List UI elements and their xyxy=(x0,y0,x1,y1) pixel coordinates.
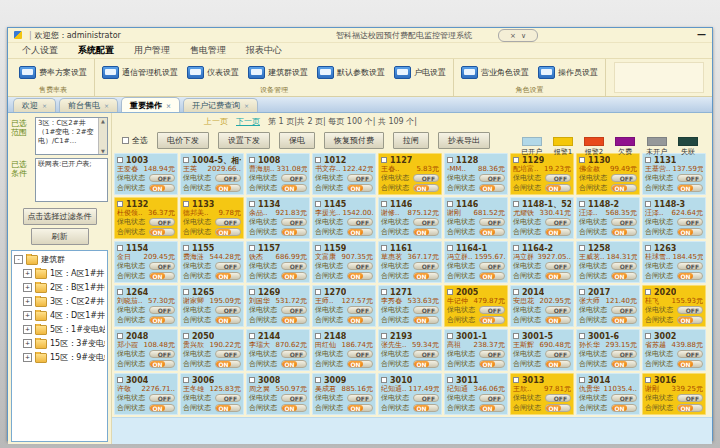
close-icon[interactable]: × xyxy=(510,32,516,40)
switch-toggle[interactable]: ON xyxy=(413,184,439,192)
switch-toggle[interactable]: ON xyxy=(545,360,571,368)
keep-power-toggle[interactable]: OFF xyxy=(545,394,571,402)
card-checkbox[interactable] xyxy=(117,377,123,383)
ribbon-button[interactable]: 通信管理机设置 xyxy=(102,66,178,79)
keep-power-toggle[interactable]: OFF xyxy=(611,262,637,270)
card-checkbox[interactable] xyxy=(513,377,519,383)
menu-tab[interactable]: 个人设置 xyxy=(22,44,58,57)
card-checkbox[interactable] xyxy=(513,289,519,295)
switch-toggle[interactable]: ON xyxy=(347,404,373,412)
card-checkbox[interactable] xyxy=(579,157,585,163)
switch-toggle[interactable]: ON xyxy=(347,228,373,236)
switch-toggle[interactable]: ON xyxy=(281,272,307,280)
keep-power-toggle[interactable]: OFF xyxy=(611,350,637,358)
switch-toggle[interactable]: ON xyxy=(215,184,241,192)
keep-power-toggle[interactable]: OFF xyxy=(677,306,703,314)
card-checkbox[interactable] xyxy=(249,333,255,339)
toolbar-button[interactable]: 拉闸 xyxy=(393,132,429,149)
prev-page-link[interactable]: 上一页 xyxy=(204,116,228,127)
card-checkbox[interactable] xyxy=(183,289,189,295)
card-checkbox[interactable] xyxy=(513,245,519,251)
card-checkbox[interactable] xyxy=(447,333,453,339)
switch-toggle[interactable]: ON xyxy=(215,404,241,412)
card-checkbox[interactable] xyxy=(315,245,321,251)
card-checkbox[interactable] xyxy=(447,377,453,383)
chevron-down-icon[interactable]: ∨ xyxy=(521,32,526,40)
keep-power-toggle[interactable]: OFF xyxy=(479,262,505,270)
keep-power-toggle[interactable]: OFF xyxy=(677,218,703,226)
card-checkbox[interactable] xyxy=(183,201,189,207)
tree-item[interactable]: +3区：C区2#井（1#变电 xyxy=(14,296,105,307)
card-checkbox[interactable] xyxy=(381,201,387,207)
card-checkbox[interactable] xyxy=(249,289,255,295)
keep-power-toggle[interactable]: OFF xyxy=(347,218,373,226)
card-checkbox[interactable] xyxy=(249,377,255,383)
switch-toggle[interactable]: ON xyxy=(149,404,175,412)
card-checkbox[interactable] xyxy=(117,245,123,251)
tree-item[interactable]: +5区：1#变电站 xyxy=(14,324,105,335)
card-checkbox[interactable] xyxy=(117,289,123,295)
expand-icon[interactable]: + xyxy=(23,353,32,362)
card-checkbox[interactable] xyxy=(381,157,387,163)
keep-power-toggle[interactable]: OFF xyxy=(611,174,637,182)
switch-toggle[interactable]: ON xyxy=(149,184,175,192)
card-checkbox[interactable] xyxy=(579,377,585,383)
card-checkbox[interactable] xyxy=(183,157,189,163)
expand-icon[interactable]: + xyxy=(23,339,32,348)
keep-power-toggle[interactable]: OFF xyxy=(413,394,439,402)
switch-toggle[interactable]: ON xyxy=(413,404,439,412)
menu-tab[interactable]: 报表中心 xyxy=(246,44,282,57)
keep-power-toggle[interactable]: OFF xyxy=(413,218,439,226)
switch-toggle[interactable]: ON xyxy=(479,272,505,280)
select-all-checkbox[interactable] xyxy=(122,137,129,144)
tree-item[interactable]: +15区：3#变电站 xyxy=(14,338,105,349)
keep-power-toggle[interactable]: OFF xyxy=(677,350,703,358)
ribbon-button[interactable]: 户电设置 xyxy=(394,66,446,79)
switch-toggle[interactable]: ON xyxy=(677,272,703,280)
switch-toggle[interactable]: ON xyxy=(281,184,307,192)
card-checkbox[interactable] xyxy=(249,157,255,163)
ribbon-button[interactable]: 营业角色设置 xyxy=(461,66,529,79)
menu-tab[interactable]: 用户管理 xyxy=(134,44,170,57)
card-checkbox[interactable] xyxy=(183,377,189,383)
switch-toggle[interactable]: ON xyxy=(677,404,703,412)
card-checkbox[interactable] xyxy=(315,201,321,207)
switch-toggle[interactable]: ON xyxy=(413,360,439,368)
collapse-expander-icon[interactable]: - xyxy=(14,255,23,264)
keep-power-toggle[interactable]: OFF xyxy=(479,174,505,182)
card-checkbox[interactable] xyxy=(315,377,321,383)
keep-power-toggle[interactable]: OFF xyxy=(545,262,571,270)
card-checkbox[interactable] xyxy=(447,245,453,251)
card-checkbox[interactable] xyxy=(381,333,387,339)
keep-power-toggle[interactable]: OFF xyxy=(413,306,439,314)
tree-item[interactable]: +4区：D区1#井（D区1井 xyxy=(14,310,105,321)
card-checkbox[interactable] xyxy=(645,289,651,295)
close-icon[interactable]: × xyxy=(166,102,171,109)
tree-root-item[interactable]: -建筑群 xyxy=(14,254,105,265)
switch-toggle[interactable]: ON xyxy=(545,404,571,412)
switch-toggle[interactable]: ON xyxy=(611,316,637,324)
keep-power-toggle[interactable]: OFF xyxy=(149,262,175,270)
switch-toggle[interactable]: ON xyxy=(479,316,505,324)
keep-power-toggle[interactable]: OFF xyxy=(149,350,175,358)
switch-toggle[interactable]: ON xyxy=(413,228,439,236)
keep-power-toggle[interactable]: OFF xyxy=(413,262,439,270)
card-checkbox[interactable] xyxy=(117,333,123,339)
keep-power-toggle[interactable]: OFF xyxy=(281,306,307,314)
keep-power-toggle[interactable]: OFF xyxy=(281,350,307,358)
card-checkbox[interactable] xyxy=(579,245,585,251)
switch-toggle[interactable]: ON xyxy=(677,316,703,324)
ribbon-button[interactable]: 费率方案设置 xyxy=(19,66,87,79)
card-checkbox[interactable] xyxy=(117,201,123,207)
toolbar-button[interactable]: 电价下发 xyxy=(157,132,209,149)
keep-power-toggle[interactable]: OFF xyxy=(677,174,703,182)
expand-icon[interactable]: + xyxy=(23,283,32,292)
doc-tab[interactable]: 前台售电× xyxy=(59,98,118,112)
expand-icon[interactable]: + xyxy=(23,269,32,278)
keep-power-toggle[interactable]: OFF xyxy=(281,218,307,226)
card-checkbox[interactable] xyxy=(513,333,519,339)
card-checkbox[interactable] xyxy=(645,201,651,207)
ribbon-button[interactable]: 默认参数设置 xyxy=(317,66,385,79)
keep-power-toggle[interactable]: OFF xyxy=(347,174,373,182)
switch-toggle[interactable]: ON xyxy=(149,272,175,280)
